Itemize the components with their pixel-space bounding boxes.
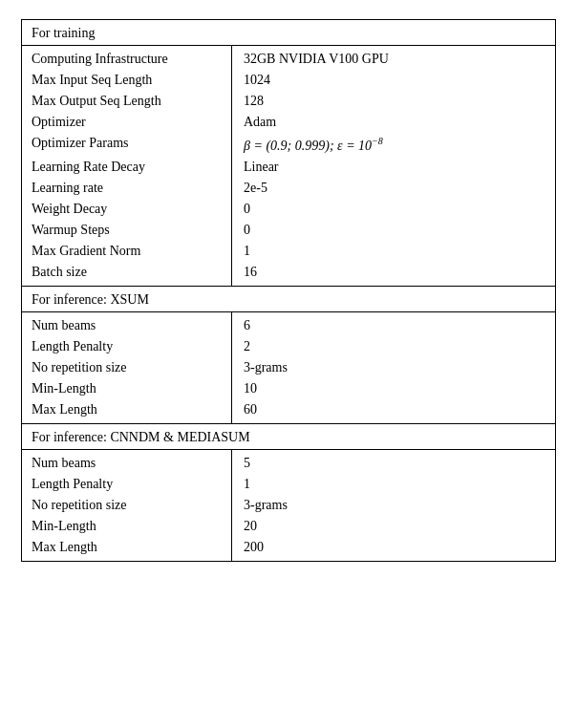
row-value: 16 xyxy=(232,262,556,287)
row-label: Optimizer Params xyxy=(22,133,232,157)
table-row: Batch size16 xyxy=(22,262,556,287)
row-value: 20 xyxy=(232,516,556,537)
table-row: Max Input Seq Length1024 xyxy=(22,70,556,91)
row-label: Min-Length xyxy=(22,378,232,399)
row-value: 200 xyxy=(232,537,556,562)
row-label: No repetition size xyxy=(22,495,232,516)
table-row: Length Penalty1 xyxy=(22,474,556,495)
row-label: Max Output Seq Length xyxy=(22,91,232,112)
row-value: 3-grams xyxy=(232,357,556,378)
row-label: Max Gradient Norm xyxy=(22,241,232,262)
table-row: Learning rate2e-5 xyxy=(22,178,556,199)
small-caps-label-1: XSUM xyxy=(110,292,148,307)
row-value: 3-grams xyxy=(232,495,556,516)
table-row: Warmup Steps0 xyxy=(22,220,556,241)
row-value: 32GB NVIDIA V100 GPU xyxy=(232,46,556,71)
row-label: Min-Length xyxy=(22,516,232,537)
table-row: Max Length60 xyxy=(22,399,556,424)
row-label: Max Length xyxy=(22,537,232,562)
hyperparameters-table: For trainingComputing Infrastructure32GB… xyxy=(21,19,556,562)
row-label: Length Penalty xyxy=(22,474,232,495)
row-label: Optimizer xyxy=(22,112,232,133)
row-value: Linear xyxy=(232,157,556,178)
row-label: Learning rate xyxy=(22,178,232,199)
row-label: Warmup Steps xyxy=(22,220,232,241)
table-row: Num beams6 xyxy=(22,311,556,336)
row-value: 1024 xyxy=(232,70,556,91)
math-formula: β = (0.9; 0.999); ε = 10−8 xyxy=(244,139,383,153)
row-value: 2 xyxy=(232,336,556,357)
row-value: 10 xyxy=(232,378,556,399)
table-row: Length Penalty2 xyxy=(22,336,556,357)
section-header-label-0: For training xyxy=(22,20,556,46)
table-row: Optimizer Paramsβ = (0.9; 0.999); ε = 10… xyxy=(22,133,556,157)
row-label: Max Length xyxy=(22,399,232,424)
row-label: Batch size xyxy=(22,262,232,287)
table-row: Weight Decay0 xyxy=(22,199,556,220)
row-value: 2e-5 xyxy=(232,178,556,199)
table-row: Num beams5 xyxy=(22,449,556,474)
row-label: Num beams xyxy=(22,449,232,474)
section-header-2: For inference: CNNDM & MEDIASUM xyxy=(22,423,556,449)
row-value: 60 xyxy=(232,399,556,424)
row-value: 5 xyxy=(232,449,556,474)
row-value: 0 xyxy=(232,220,556,241)
row-label: No repetition size xyxy=(22,357,232,378)
row-value: 6 xyxy=(232,311,556,336)
section-header-label-2: For inference: CNNDM & MEDIASUM xyxy=(22,423,556,449)
small-caps-label-2: CNNDM & MEDIASUM xyxy=(110,430,249,444)
table-row: Computing Infrastructure32GB NVIDIA V100… xyxy=(22,46,556,71)
section-header-label-1: For inference: XSUM xyxy=(22,286,556,311)
table-row: No repetition size3-grams xyxy=(22,357,556,378)
table-row: Max Output Seq Length128 xyxy=(22,91,556,112)
section-header-1: For inference: XSUM xyxy=(22,286,556,311)
row-value: 1 xyxy=(232,474,556,495)
row-label: Learning Rate Decay xyxy=(22,157,232,178)
table-row: Min-Length10 xyxy=(22,378,556,399)
row-label: Computing Infrastructure xyxy=(22,46,232,71)
table-row: Max Gradient Norm1 xyxy=(22,241,556,262)
row-value: β = (0.9; 0.999); ε = 10−8 xyxy=(232,133,556,157)
row-value: 128 xyxy=(232,91,556,112)
table-row: Min-Length20 xyxy=(22,516,556,537)
table-row: Max Length200 xyxy=(22,537,556,562)
table-row: Learning Rate DecayLinear xyxy=(22,157,556,178)
row-label: Length Penalty xyxy=(22,336,232,357)
row-label: Num beams xyxy=(22,311,232,336)
row-value: 0 xyxy=(232,199,556,220)
table-row: OptimizerAdam xyxy=(22,112,556,133)
table-row: No repetition size3-grams xyxy=(22,495,556,516)
row-value: 1 xyxy=(232,241,556,262)
row-label: Weight Decay xyxy=(22,199,232,220)
section-header-0: For training xyxy=(22,20,556,46)
row-label: Max Input Seq Length xyxy=(22,70,232,91)
row-value: Adam xyxy=(232,112,556,133)
